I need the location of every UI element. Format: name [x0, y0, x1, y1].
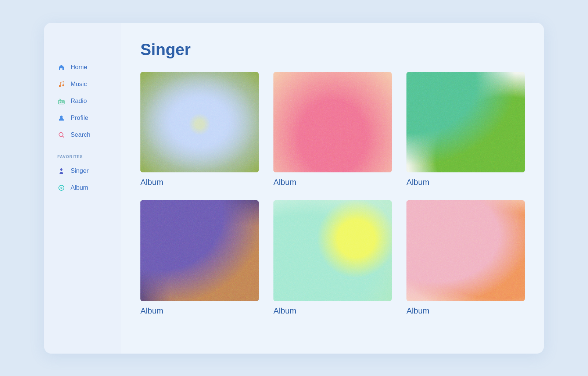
svg-line-8	[63, 136, 64, 137]
svg-point-0	[59, 85, 61, 87]
album-card-1[interactable]: Album	[140, 72, 259, 187]
radio-icon	[57, 97, 65, 105]
sidebar-item-radio[interactable]: Radio	[56, 93, 121, 109]
svg-point-6	[60, 115, 63, 118]
sidebar-item-search[interactable]: Search	[56, 127, 121, 143]
album-art-1	[140, 72, 259, 173]
sidebar-nav: Home Music	[56, 60, 121, 196]
music-icon	[57, 80, 65, 88]
home-icon	[57, 63, 65, 71]
sidebar-item-album[interactable]: Album	[56, 180, 121, 196]
svg-point-1	[62, 84, 64, 86]
album-card-3[interactable]: Album	[406, 72, 525, 187]
album-label-5: Album	[273, 306, 392, 316]
album-card-4[interactable]: Album	[140, 200, 259, 316]
svg-rect-2	[58, 100, 64, 104]
app-container: Home Music	[44, 23, 544, 354]
sidebar: Home Music	[44, 23, 121, 354]
page-title: Singer	[140, 40, 525, 59]
album-label-2: Album	[273, 178, 392, 187]
sidebar-item-profile[interactable]: Profile	[56, 110, 121, 126]
album-card-5[interactable]: Album	[273, 200, 392, 316]
album-art-5	[273, 200, 392, 301]
album-label-6: Album	[406, 306, 525, 316]
sidebar-item-profile-label: Profile	[71, 114, 88, 122]
sidebar-item-search-label: Search	[71, 131, 90, 139]
sidebar-item-home[interactable]: Home	[56, 60, 121, 75]
main-content: Singer Album	[121, 23, 544, 354]
album-art-4	[140, 200, 259, 301]
album-art-2	[273, 72, 392, 173]
profile-icon	[57, 114, 65, 122]
album-label-4: Album	[140, 306, 259, 316]
album-art-3	[406, 72, 525, 173]
sidebar-item-singer-label: Singer	[71, 167, 89, 175]
album-icon	[57, 184, 65, 192]
sidebar-item-radio-label: Radio	[71, 97, 87, 105]
svg-point-3	[60, 101, 61, 103]
album-label-1: Album	[140, 178, 259, 187]
svg-point-7	[59, 132, 63, 136]
album-card-2[interactable]: Album	[273, 72, 392, 187]
sidebar-item-home-label: Home	[71, 64, 87, 71]
albums-grid: Album Album Album	[140, 72, 525, 316]
sidebar-item-album-label: Album	[71, 184, 88, 191]
sidebar-item-music-label: Music	[71, 80, 87, 88]
album-art-6	[406, 200, 525, 301]
album-label-3: Album	[406, 178, 525, 187]
favorites-section-label: FAVORITES	[56, 154, 121, 159]
search-icon	[57, 131, 65, 139]
singer-icon	[57, 167, 65, 175]
svg-point-11	[61, 187, 62, 188]
album-card-6[interactable]: Album	[406, 200, 525, 316]
sidebar-item-music[interactable]: Music	[56, 76, 121, 92]
sidebar-item-singer[interactable]: Singer	[56, 163, 121, 179]
